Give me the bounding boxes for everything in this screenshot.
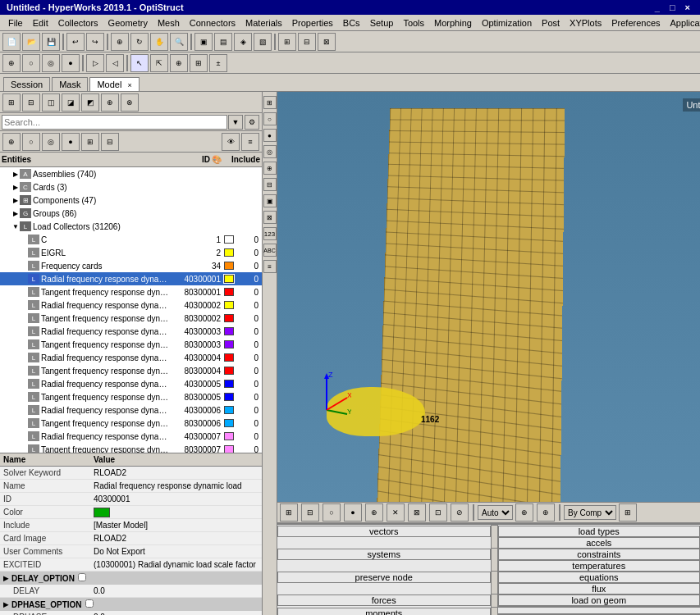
- rotate-btn[interactable]: ↻: [130, 33, 149, 51]
- bt-preserve-node[interactable]: preserve node: [277, 572, 491, 583]
- bt-moments[interactable]: moments: [277, 608, 491, 616]
- menu-connectors[interactable]: Connectors: [185, 16, 240, 30]
- menu-properties[interactable]: Properties: [287, 16, 338, 30]
- dphase-option-section[interactable]: ▶ DPHASE_OPTION: [0, 598, 262, 611]
- vp-t7[interactable]: ▣: [263, 194, 277, 207]
- lp-t1[interactable]: ⊞: [2, 93, 21, 112]
- prop-delay[interactable]: DELAY 0.0: [0, 585, 262, 598]
- bt-constraints[interactable]: constraints: [498, 549, 700, 560]
- menu-edit[interactable]: Edit: [28, 16, 53, 30]
- list-item[interactable]: L Tangent frequency response dynamic loa…: [0, 390, 262, 403]
- menu-post[interactable]: Post: [537, 16, 565, 30]
- t7-btn[interactable]: ▣: [194, 33, 213, 51]
- prop-id[interactable]: ID 40300001: [0, 493, 262, 506]
- color-swatch[interactable]: [94, 508, 110, 517]
- tt-eye[interactable]: 👁: [222, 133, 240, 151]
- list-item[interactable]: ▶ G Groups (86): [0, 207, 262, 220]
- save-btn[interactable]: 💾: [42, 33, 60, 51]
- t2-3-btn[interactable]: ◎: [42, 54, 60, 72]
- undo-btn[interactable]: ↩: [66, 33, 85, 51]
- prop-name[interactable]: Name Radial frequency response dynamic l…: [0, 480, 262, 493]
- selected-tree-item[interactable]: L Radial frequency response dynamic load…: [0, 272, 262, 285]
- menu-mesh[interactable]: Mesh: [153, 16, 185, 30]
- prop-color[interactable]: Color: [0, 506, 262, 519]
- vp-b6[interactable]: ✕: [387, 503, 405, 522]
- menu-geometry[interactable]: Geometry: [103, 16, 153, 30]
- t2-11-btn[interactable]: ±: [209, 54, 227, 72]
- render-mode-select[interactable]: Auto: [478, 505, 513, 520]
- dphase-option-checkbox[interactable]: [85, 599, 94, 609]
- t2-4-btn[interactable]: ●: [62, 54, 80, 72]
- zoom-btn[interactable]: 🔍: [170, 33, 188, 51]
- vp-b7[interactable]: ⊠: [408, 503, 426, 522]
- vp-t2[interactable]: ○: [263, 112, 277, 125]
- prop-dphase[interactable]: DPHASE 0.0: [0, 611, 262, 615]
- tab-session[interactable]: Session: [3, 77, 50, 91]
- viewport[interactable]: ⊞ ○ ● ◎ ⊕ ⊟ ▣ ⊠ 123 ABC ≡ 1162: [263, 92, 700, 615]
- bt-accels[interactable]: accels: [498, 537, 700, 549]
- select-btn[interactable]: ⊕: [111, 33, 129, 51]
- vp-t1[interactable]: ⊞: [263, 96, 277, 109]
- menu-collectors[interactable]: Collectors: [53, 16, 103, 30]
- vp-b3[interactable]: ○: [323, 503, 341, 522]
- vp-b8[interactable]: ⊡: [429, 503, 447, 522]
- t2-9-btn[interactable]: ⊕: [170, 54, 188, 72]
- t8-btn[interactable]: ▤: [214, 33, 232, 51]
- bt-equations[interactable]: equations: [498, 572, 700, 583]
- open-btn[interactable]: 📂: [22, 33, 40, 51]
- t2-2-btn[interactable]: ○: [22, 54, 40, 72]
- list-item[interactable]: L Radial frequency response dynamic load…: [0, 351, 262, 364]
- tab-model-close[interactable]: ×: [127, 81, 131, 89]
- menu-applications[interactable]: Applications: [666, 16, 700, 30]
- vp-t11[interactable]: ≡: [263, 260, 277, 273]
- t2-1-btn[interactable]: ⊕: [2, 54, 21, 72]
- prop-user-comments[interactable]: User Comments Do Not Export: [0, 545, 262, 558]
- t2-7-btn[interactable]: ↖: [130, 54, 149, 72]
- t2-10-btn[interactable]: ⊞: [190, 54, 208, 72]
- tab-model[interactable]: Model ×: [89, 77, 139, 91]
- list-item[interactable]: L Frequency cards 34 0: [0, 259, 262, 272]
- prop-include[interactable]: Include [Master Model]: [0, 519, 262, 532]
- tt-5[interactable]: ⊞: [81, 133, 99, 151]
- tt-3[interactable]: ◎: [42, 133, 60, 151]
- tt-6[interactable]: ⊟: [101, 133, 119, 151]
- search-btn[interactable]: ▼: [228, 115, 243, 130]
- list-item[interactable]: L Radial frequency response dynamic load…: [0, 430, 262, 443]
- lp-t7[interactable]: ⊗: [121, 93, 139, 112]
- list-item[interactable]: L C 1 0: [0, 233, 262, 246]
- tt-1[interactable]: ⊕: [2, 133, 21, 151]
- lp-t3[interactable]: ◫: [42, 93, 60, 112]
- lp-t4[interactable]: ◪: [62, 93, 80, 112]
- new-btn[interactable]: 📄: [2, 33, 21, 51]
- menu-setup[interactable]: Setup: [365, 16, 399, 30]
- bt-flux[interactable]: flux: [498, 583, 700, 594]
- pan-btn[interactable]: ✋: [150, 33, 168, 51]
- close-btn[interactable]: ×: [682, 2, 693, 12]
- list-item[interactable]: L Tangent frequency response dynamic loa…: [0, 312, 262, 325]
- menu-file[interactable]: File: [3, 16, 28, 30]
- vp-t4[interactable]: ◎: [263, 145, 277, 158]
- vp-b4[interactable]: ●: [344, 503, 362, 522]
- delay-option-checkbox[interactable]: [78, 573, 86, 583]
- lp-t6[interactable]: ⊕: [101, 93, 119, 112]
- list-item[interactable]: L Tangent frequency response dynamic loa…: [0, 364, 262, 377]
- list-item[interactable]: L Radial frequency response dynamic load…: [0, 298, 262, 312]
- menu-optimization[interactable]: Optimization: [477, 16, 537, 30]
- delay-option-section[interactable]: ▶ DELAY_OPTION: [0, 572, 262, 585]
- redo-btn[interactable]: ↪: [86, 33, 104, 51]
- tt-4[interactable]: ●: [62, 133, 80, 151]
- vp-b1[interactable]: ⊞: [280, 503, 298, 522]
- vp-b12[interactable]: ⊞: [619, 503, 637, 522]
- prop-solver-keyword[interactable]: Solver Keyword RLOAD2: [0, 467, 262, 480]
- list-item[interactable]: ▶ A Assemblies (740): [0, 167, 262, 180]
- t2-6-btn[interactable]: ◁: [106, 54, 124, 72]
- menu-xyplots[interactable]: XYPlots: [565, 16, 606, 30]
- t10-btn[interactable]: ▧: [254, 33, 272, 51]
- search-input[interactable]: [2, 115, 227, 130]
- t12-btn[interactable]: ⊟: [298, 33, 316, 51]
- list-item[interactable]: L Radial frequency response dynamic load…: [0, 325, 262, 338]
- t11-btn[interactable]: ⊞: [278, 33, 296, 51]
- prop-exciteid[interactable]: EXCITEID (10300001) Radial dynamic load …: [0, 558, 262, 572]
- list-item[interactable]: L Tangent frequency response dynamic loa…: [0, 338, 262, 351]
- vp-b5[interactable]: ⊕: [365, 503, 383, 522]
